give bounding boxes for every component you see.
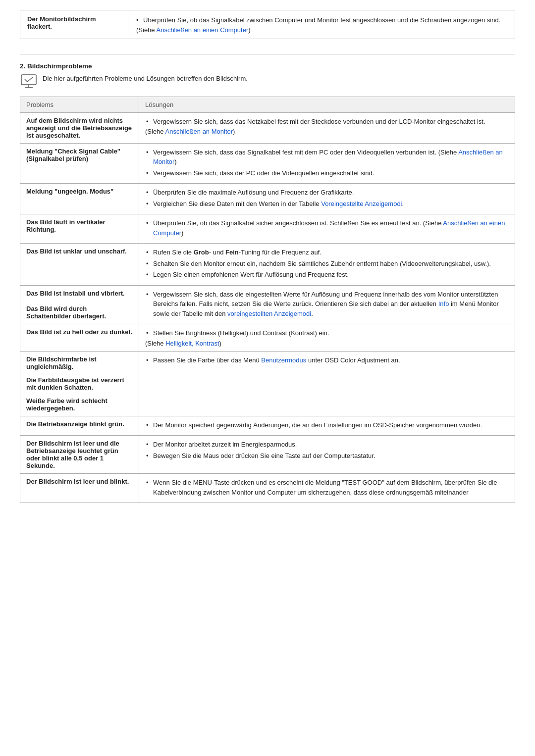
solution-text: Stellen Sie Brightness (Helligkeit) und … <box>153 329 329 337</box>
solution-item: Der Monitor speichert gegenwärtig Änderu… <box>145 420 509 430</box>
anschliessen-monitor-link[interactable]: Anschließen an Monitor <box>153 149 503 166</box>
problem-cell: Der Bildschirm ist leer und blinkt. <box>20 474 139 503</box>
info-link[interactable]: Info <box>438 300 449 307</box>
top-solution-link[interactable]: Anschließen an einen Computer <box>156 26 248 34</box>
solution-item: Stellen Sie Brightness (Helligkeit) und … <box>145 328 509 338</box>
solution-cell: Wenn Sie die MENU-Taste drücken und es e… <box>139 474 515 503</box>
col-problems-header: Problems <box>20 97 139 112</box>
section2-desc-row: Die hier aufgeführten Probleme und Lösun… <box>20 73 515 91</box>
problem-cell: Meldung "ungeeign. Modus" <box>20 184 139 214</box>
section-divider <box>20 54 515 54</box>
solution-item: Vergewissern Sie sich, dass das Netzkabe… <box>145 117 509 127</box>
solution-text: Der Monitor arbeitet zurzeit im Energies… <box>153 441 297 448</box>
solution-item: Bewegen Sie die Maus oder drücken Sie ei… <box>145 451 509 461</box>
solution-link[interactable]: Anschließen an Monitor <box>165 128 233 135</box>
solution-text: Überprüfen Sie die maximale Auflösung un… <box>153 189 354 196</box>
problems-table: Problems Lösungen Auf dem Bildschirm wir… <box>20 97 515 504</box>
solution-list: Vergewissern Sie sich, dass das Netzkabe… <box>145 117 509 127</box>
table-row: Meldung "ungeeign. Modus" Überprüfen Sie… <box>20 184 515 214</box>
top-problem-cell: Der Monitorbildschirm flackert. <box>20 10 129 39</box>
problem-text: Das Bild ist unklar und unscharf. <box>26 248 127 255</box>
table-row: Die Betriebsanzeige blinkt grün. Der Mon… <box>20 416 515 436</box>
problem-text: Das Bild ist instabil und vibriert. <box>26 290 133 297</box>
solution-list: Der Monitor speichert gegenwärtig Änderu… <box>145 420 509 430</box>
problem-text: Meldung "ungeeign. Modus" <box>26 188 113 195</box>
problem-cell: Die Betriebsanzeige blinkt grün. <box>20 416 139 436</box>
problem-cell: Auf dem Bildschirm wird nichts angezeigt… <box>20 112 139 143</box>
solution-note: (Siehe Helligkeit, Kontrast) <box>145 340 221 347</box>
problem-cell: Die Bildschirmfarbe ist ungleichmäßig. D… <box>20 351 139 416</box>
solution-item: Vergewissern Sie sich, dass die eingeste… <box>145 290 509 319</box>
col-solutions-header: Lösungen <box>139 97 515 112</box>
table-row: Die Bildschirmfarbe ist ungleichmäßig. D… <box>20 351 515 416</box>
problem-text: Der Bildschirm ist leer und blinkt. <box>26 478 129 485</box>
problem-text: Auf dem Bildschirm wird nichts angezeigt… <box>26 117 132 139</box>
solution-cell: Überprüfen Sie, ob das Signalkabel siche… <box>139 214 515 244</box>
solution-item: Überprüfen Sie, ob das Signalkabel siche… <box>145 218 509 238</box>
top-solution-cell: Überprüfen Sie, ob das Signalkabel zwisc… <box>129 10 515 39</box>
solution-list: Rufen Sie die Grob- und Fein-Tuning für … <box>145 248 509 280</box>
problem-cell: Das Bild ist instabil und vibriert. Das … <box>20 285 139 324</box>
solution-list: Passen Sie die Farbe über das Menü Benut… <box>145 355 509 365</box>
solution-item: Der Monitor arbeitet zurzeit im Energies… <box>145 440 509 450</box>
problem-text: Meldung "Check Signal Cable" (Signalkabe… <box>26 148 120 162</box>
problem-cell: Der Bildschirm ist leer und die Betriebs… <box>20 436 139 474</box>
helligkeit-link[interactable]: Helligkeit, Kontrast <box>165 340 219 347</box>
problem-text: Die Bildschirmfarbe ist ungleichmäßig. <box>26 355 133 370</box>
solution-text: Schalten Sie den Monitor erneut ein, nac… <box>153 260 491 267</box>
solution-cell: Rufen Sie die Grob- und Fein-Tuning für … <box>139 244 515 286</box>
solution-cell: Der Monitor speichert gegenwärtig Änderu… <box>139 416 515 436</box>
solution-text: Der Monitor speichert gegenwärtig Änderu… <box>153 421 482 429</box>
table-row: Auf dem Bildschirm wird nichts angezeigt… <box>20 112 515 143</box>
solution-cell: Passen Sie die Farbe über das Menü Benut… <box>139 351 515 416</box>
voreingestellte-anzeigemodi-link[interactable]: voreingestellten Anzeigemodi <box>227 310 311 317</box>
solution-item: Vergleichen Sie diese Daten mit den Wert… <box>145 199 509 209</box>
top-problem-text: Der Monitorbildschirm flackert. <box>27 15 96 30</box>
solution-list: Vergewissern Sie sich, dass das Signalka… <box>145 148 509 178</box>
top-solution-note-suffix: ) <box>248 26 250 34</box>
voreingestellte-link[interactable]: Voreingestellte Anzeigemodi <box>321 200 402 207</box>
solution-list: Der Monitor arbeitet zurzeit im Energies… <box>145 440 509 460</box>
solution-text: Vergewissern Sie sich, dass der PC oder … <box>153 169 374 177</box>
section2-heading: 2. Bildschirmprobleme <box>20 62 515 70</box>
solution-list: Überprüfen Sie, ob das Signalkabel siche… <box>145 218 509 238</box>
table-row: Das Bild läuft in vertikaler Richtung. Ü… <box>20 214 515 244</box>
solution-text: Vergewissern Sie sich, dass das Netzkabe… <box>153 118 485 125</box>
top-problem-table: Der Monitorbildschirm flackert. Überprüf… <box>20 10 515 39</box>
solution-item: Passen Sie die Farbe über das Menü Benut… <box>145 355 509 365</box>
table-row: Meldung "Check Signal Cable" (Signalkabe… <box>20 143 515 184</box>
problem-cell: Das Bild ist unklar und unscharf. <box>20 244 139 286</box>
solution-cell: Der Monitor arbeitet zurzeit im Energies… <box>139 436 515 474</box>
svg-rect-0 <box>21 75 36 85</box>
solution-cell: Vergewissern Sie sich, dass das Signalka… <box>139 143 515 184</box>
solution-cell: Vergewissern Sie sich, dass das Netzkabe… <box>139 112 515 143</box>
problem-text: Das Bild ist zu hell oder zu dunkel. <box>26 328 132 336</box>
solution-item: Rufen Sie die Grob- und Fein-Tuning für … <box>145 248 509 257</box>
problem-text: Das Bild läuft in vertikaler Richtung. <box>26 218 106 233</box>
anschliessen-computer-link[interactable]: Anschließen an einen Computer <box>153 219 505 237</box>
solution-list: Stellen Sie Brightness (Helligkeit) und … <box>145 328 509 338</box>
solution-cell: Überprüfen Sie die maximale Auflösung un… <box>139 184 515 214</box>
problem-cell: Das Bild ist zu hell oder zu dunkel. <box>20 324 139 352</box>
solution-item: Vergewissern Sie sich, dass der PC oder … <box>145 168 509 178</box>
solution-cell: Vergewissern Sie sich, dass die eingeste… <box>139 285 515 324</box>
solution-text: Wenn Sie die MENU-Taste drücken und es e… <box>153 479 497 496</box>
table-row: Das Bild ist zu hell oder zu dunkel. Ste… <box>20 324 515 352</box>
solution-item: Überprüfen Sie die maximale Auflösung un… <box>145 188 509 198</box>
solution-cell: Stellen Sie Brightness (Helligkeit) und … <box>139 324 515 352</box>
problem-text: Die Farbbildausgabe ist verzerrt mit dun… <box>26 376 133 391</box>
problem-cell: Meldung "Check Signal Cable" (Signalkabe… <box>20 143 139 184</box>
benutzermodus-link[interactable]: Benutzermodus <box>261 356 306 364</box>
solution-item: Vergewissern Sie sich, dass das Signalka… <box>145 148 509 167</box>
problem-text: Die Betriebsanzeige blinkt grün. <box>26 420 124 428</box>
solution-text: Bewegen Sie die Maus oder drücken Sie ei… <box>153 452 375 459</box>
solution-item: Schalten Sie den Monitor erneut ein, nac… <box>145 259 509 269</box>
problem-text: Weiße Farbe wird schlecht wiedergegeben. <box>26 397 133 412</box>
solution-list: Wenn Sie die MENU-Taste drücken und es e… <box>145 478 509 497</box>
solution-list: Vergewissern Sie sich, dass die eingeste… <box>145 290 509 319</box>
table-row: Das Bild ist instabil und vibriert. Das … <box>20 285 515 324</box>
problem-cell: Das Bild läuft in vertikaler Richtung. <box>20 214 139 244</box>
solution-item: Wenn Sie die MENU-Taste drücken und es e… <box>145 478 509 497</box>
top-solution-item: Überprüfen Sie, ob das Signalkabel zwisc… <box>136 15 508 25</box>
top-solution-note-prefix: (Siehe <box>136 26 156 34</box>
